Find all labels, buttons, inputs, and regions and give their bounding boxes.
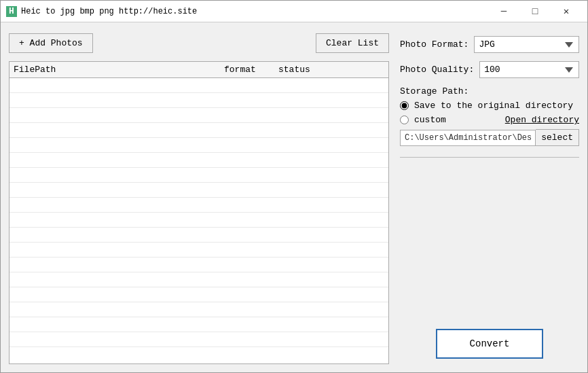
content-area: + Add Photos Clear List FilePath format …	[1, 22, 587, 372]
title-bar-left: H Heic to jpg bmp png http://heic.site	[6, 6, 197, 17]
table-row	[10, 302, 388, 317]
table-row	[10, 123, 388, 138]
convert-section: Convert	[400, 329, 579, 359]
table-rows	[10, 78, 388, 347]
table-row	[10, 153, 388, 168]
table-row	[10, 243, 388, 257]
toolbar: + Add Photos Clear List	[9, 31, 389, 56]
storage-path-label: Storage Path:	[400, 86, 579, 96]
save-original-radio[interactable]	[400, 101, 409, 110]
spacer	[400, 168, 579, 315]
maximize-button[interactable]: □	[519, 1, 551, 22]
table-row	[10, 78, 388, 93]
table-row	[10, 198, 388, 213]
table-row	[10, 213, 388, 228]
minimize-button[interactable]: ─	[488, 1, 519, 22]
right-panel: Photo Format: JPG BMP PNG Photo Quality:…	[400, 31, 579, 364]
storage-section: Storage Path: Save to the original direc…	[400, 86, 579, 146]
save-original-row: Save to the original directory	[400, 101, 579, 111]
photo-quality-label: Photo Quality:	[400, 65, 474, 75]
custom-radio[interactable]	[400, 116, 409, 124]
table-header: FilePath format status	[10, 62, 388, 78]
col-header-format: format	[224, 65, 278, 75]
convert-button[interactable]: Convert	[436, 329, 544, 359]
close-button[interactable]: ✕	[551, 1, 582, 22]
left-panel: + Add Photos Clear List FilePath format …	[9, 31, 389, 364]
title-bar: H Heic to jpg bmp png http://heic.site ─…	[1, 1, 587, 22]
select-button[interactable]: select	[536, 129, 579, 146]
custom-label: custom	[414, 115, 446, 125]
path-input[interactable]	[400, 130, 536, 146]
window-title: Heic to jpg bmp png http://heic.site	[21, 7, 197, 16]
table-row	[10, 257, 388, 272]
app-icon: H	[6, 6, 17, 17]
table-row	[10, 228, 388, 243]
photo-format-row: Photo Format: JPG BMP PNG	[400, 36, 579, 53]
photo-format-select[interactable]: JPG BMP PNG	[474, 36, 579, 53]
table-row	[10, 108, 388, 123]
main-window: H Heic to jpg bmp png http://heic.site ─…	[0, 0, 588, 373]
photo-quality-select[interactable]: 100 90 80 70 60 50	[479, 61, 579, 78]
table-row	[10, 317, 388, 332]
table-row	[10, 287, 388, 302]
table-row	[10, 332, 388, 347]
divider	[400, 157, 579, 158]
path-row: select	[400, 129, 579, 146]
table-row	[10, 272, 388, 287]
table-row	[10, 138, 388, 153]
photo-quality-row: Photo Quality: 100 90 80 70 60 50	[400, 61, 579, 78]
window-controls: ─ □ ✕	[488, 1, 582, 22]
add-photos-button[interactable]: + Add Photos	[9, 33, 93, 53]
clear-list-button[interactable]: Clear List	[316, 33, 389, 53]
table-row	[10, 93, 388, 108]
table-row	[10, 183, 388, 198]
photo-format-label: Photo Format:	[400, 39, 468, 50]
col-header-status: status	[278, 65, 384, 75]
table-row	[10, 168, 388, 183]
save-original-label: Save to the original directory	[414, 101, 573, 111]
col-header-filepath: FilePath	[14, 65, 224, 75]
custom-path-row: custom Open directory	[400, 115, 579, 125]
file-table: FilePath format status	[9, 61, 389, 364]
open-directory-link[interactable]: Open directory	[505, 115, 579, 125]
